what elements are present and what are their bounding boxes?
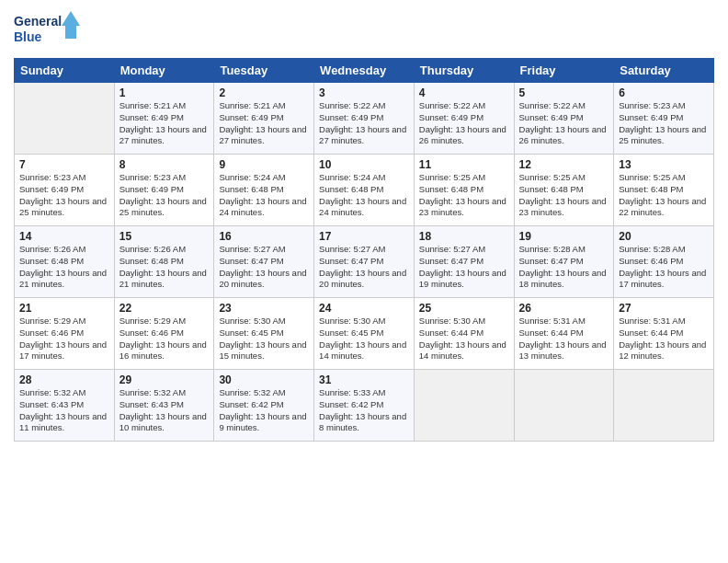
day-cell: 7 Sunrise: 5:23 AMSunset: 6:49 PMDayligh…	[15, 155, 115, 226]
day-number: 27	[619, 302, 709, 315]
day-cell: 17 Sunrise: 5:27 AMSunset: 6:47 PMDaylig…	[314, 226, 415, 298]
day-number: 22	[119, 302, 210, 315]
day-info: Sunrise: 5:22 AMSunset: 6:49 PMDaylight:…	[419, 100, 509, 147]
day-number: 7	[19, 158, 109, 171]
day-cell: 26 Sunrise: 5:31 AMSunset: 6:44 PMDaylig…	[514, 298, 614, 370]
day-info: Sunrise: 5:31 AMSunset: 6:44 PMDaylight:…	[619, 316, 709, 362]
day-cell: 5 Sunrise: 5:22 AMSunset: 6:49 PMDayligh…	[514, 83, 614, 155]
day-cell: 20 Sunrise: 5:28 AMSunset: 6:46 PMDaylig…	[614, 226, 714, 298]
day-cell: 19 Sunrise: 5:28 AMSunset: 6:47 PMDaylig…	[514, 226, 614, 298]
day-cell	[514, 370, 614, 442]
svg-text:General: General	[14, 14, 62, 29]
day-number: 21	[19, 302, 109, 315]
day-cell	[15, 83, 115, 155]
day-number: 4	[419, 86, 509, 99]
day-cell: 27 Sunrise: 5:31 AMSunset: 6:44 PMDaylig…	[614, 298, 714, 370]
day-cell: 14 Sunrise: 5:26 AMSunset: 6:48 PMDaylig…	[15, 226, 115, 298]
day-number: 2	[219, 86, 309, 99]
day-info: Sunrise: 5:29 AMSunset: 6:46 PMDaylight:…	[19, 316, 109, 362]
day-info: Sunrise: 5:26 AMSunset: 6:48 PMDaylight:…	[119, 244, 210, 291]
day-cell: 13 Sunrise: 5:25 AMSunset: 6:48 PMDaylig…	[614, 155, 714, 226]
day-number: 17	[319, 230, 409, 243]
day-number: 8	[119, 158, 210, 171]
day-number: 1	[119, 86, 210, 99]
day-number: 26	[519, 302, 609, 315]
weekday-header-friday: Friday	[514, 59, 614, 83]
day-info: Sunrise: 5:21 AMSunset: 6:49 PMDaylight:…	[119, 100, 210, 147]
day-cell: 9 Sunrise: 5:24 AMSunset: 6:48 PMDayligh…	[214, 155, 314, 226]
day-cell: 4 Sunrise: 5:22 AMSunset: 6:49 PMDayligh…	[414, 83, 514, 155]
day-info: Sunrise: 5:27 AMSunset: 6:47 PMDaylight:…	[319, 244, 409, 291]
day-info: Sunrise: 5:25 AMSunset: 6:48 PMDaylight:…	[419, 172, 509, 219]
calendar-table: SundayMondayTuesdayWednesdayThursdayFrid…	[14, 58, 714, 442]
day-info: Sunrise: 5:27 AMSunset: 6:47 PMDaylight:…	[219, 244, 309, 291]
weekday-header-tuesday: Tuesday	[214, 59, 314, 83]
day-cell: 21 Sunrise: 5:29 AMSunset: 6:46 PMDaylig…	[15, 298, 115, 370]
day-cell: 6 Sunrise: 5:23 AMSunset: 6:49 PMDayligh…	[614, 83, 714, 155]
day-cell: 28 Sunrise: 5:32 AMSunset: 6:43 PMDaylig…	[15, 370, 115, 442]
day-info: Sunrise: 5:32 AMSunset: 6:43 PMDaylight:…	[19, 387, 109, 434]
day-info: Sunrise: 5:28 AMSunset: 6:46 PMDaylight:…	[619, 244, 709, 291]
day-cell: 24 Sunrise: 5:30 AMSunset: 6:45 PMDaylig…	[314, 298, 415, 370]
day-number: 10	[319, 158, 409, 171]
day-number: 11	[419, 158, 509, 171]
day-number: 25	[419, 302, 509, 315]
weekday-header-sunday: Sunday	[15, 59, 115, 83]
day-info: Sunrise: 5:24 AMSunset: 6:48 PMDaylight:…	[319, 172, 409, 219]
day-cell: 3 Sunrise: 5:22 AMSunset: 6:49 PMDayligh…	[314, 83, 415, 155]
day-cell	[414, 370, 514, 442]
day-info: Sunrise: 5:32 AMSunset: 6:42 PMDaylight:…	[219, 387, 309, 434]
week-row-5: 28 Sunrise: 5:32 AMSunset: 6:43 PMDaylig…	[15, 370, 714, 442]
day-number: 19	[519, 230, 609, 243]
day-info: Sunrise: 5:30 AMSunset: 6:45 PMDaylight:…	[219, 316, 309, 362]
day-info: Sunrise: 5:31 AMSunset: 6:44 PMDaylight:…	[519, 316, 609, 362]
day-cell: 16 Sunrise: 5:27 AMSunset: 6:47 PMDaylig…	[214, 226, 314, 298]
day-cell: 2 Sunrise: 5:21 AMSunset: 6:49 PMDayligh…	[214, 83, 314, 155]
weekday-header-saturday: Saturday	[614, 59, 714, 83]
day-info: Sunrise: 5:28 AMSunset: 6:47 PMDaylight:…	[519, 244, 609, 291]
day-number: 3	[319, 86, 409, 99]
day-info: Sunrise: 5:33 AMSunset: 6:42 PMDaylight:…	[319, 387, 409, 434]
day-number: 18	[419, 230, 509, 243]
day-info: Sunrise: 5:23 AMSunset: 6:49 PMDaylight:…	[119, 172, 210, 219]
week-row-1: 1 Sunrise: 5:21 AMSunset: 6:49 PMDayligh…	[15, 83, 714, 155]
day-info: Sunrise: 5:27 AMSunset: 6:47 PMDaylight:…	[419, 244, 509, 291]
day-info: Sunrise: 5:23 AMSunset: 6:49 PMDaylight:…	[19, 172, 109, 219]
day-number: 24	[319, 302, 409, 315]
logo: General Blue	[14, 9, 87, 51]
day-info: Sunrise: 5:30 AMSunset: 6:44 PMDaylight:…	[419, 316, 509, 362]
day-number: 9	[219, 158, 309, 171]
day-info: Sunrise: 5:30 AMSunset: 6:45 PMDaylight:…	[319, 316, 409, 362]
day-number: 16	[219, 230, 309, 243]
week-row-4: 21 Sunrise: 5:29 AMSunset: 6:46 PMDaylig…	[15, 298, 714, 370]
weekday-header-wednesday: Wednesday	[314, 59, 415, 83]
day-info: Sunrise: 5:29 AMSunset: 6:46 PMDaylight:…	[119, 316, 210, 362]
week-row-2: 7 Sunrise: 5:23 AMSunset: 6:49 PMDayligh…	[15, 155, 714, 226]
day-info: Sunrise: 5:25 AMSunset: 6:48 PMDaylight:…	[619, 172, 709, 219]
weekday-header-row: SundayMondayTuesdayWednesdayThursdayFrid…	[15, 59, 714, 83]
day-info: Sunrise: 5:25 AMSunset: 6:48 PMDaylight:…	[519, 172, 609, 219]
day-info: Sunrise: 5:23 AMSunset: 6:49 PMDaylight:…	[619, 100, 709, 147]
day-cell: 30 Sunrise: 5:32 AMSunset: 6:42 PMDaylig…	[214, 370, 314, 442]
weekday-header-thursday: Thursday	[414, 59, 514, 83]
day-cell: 18 Sunrise: 5:27 AMSunset: 6:47 PMDaylig…	[414, 226, 514, 298]
day-cell: 1 Sunrise: 5:21 AMSunset: 6:49 PMDayligh…	[114, 83, 214, 155]
day-number: 31	[319, 373, 409, 386]
week-row-3: 14 Sunrise: 5:26 AMSunset: 6:48 PMDaylig…	[15, 226, 714, 298]
day-cell: 8 Sunrise: 5:23 AMSunset: 6:49 PMDayligh…	[114, 155, 214, 226]
day-info: Sunrise: 5:24 AMSunset: 6:48 PMDaylight:…	[219, 172, 309, 219]
day-cell: 31 Sunrise: 5:33 AMSunset: 6:42 PMDaylig…	[314, 370, 415, 442]
day-number: 29	[119, 373, 210, 386]
day-number: 20	[619, 230, 709, 243]
svg-marker-2	[62, 11, 80, 39]
day-cell: 10 Sunrise: 5:24 AMSunset: 6:48 PMDaylig…	[314, 155, 415, 226]
day-info: Sunrise: 5:21 AMSunset: 6:49 PMDaylight:…	[219, 100, 309, 147]
day-info: Sunrise: 5:22 AMSunset: 6:49 PMDaylight:…	[519, 100, 609, 147]
weekday-header-monday: Monday	[114, 59, 214, 83]
day-cell: 29 Sunrise: 5:32 AMSunset: 6:43 PMDaylig…	[114, 370, 214, 442]
day-cell: 12 Sunrise: 5:25 AMSunset: 6:48 PMDaylig…	[514, 155, 614, 226]
day-cell: 23 Sunrise: 5:30 AMSunset: 6:45 PMDaylig…	[214, 298, 314, 370]
day-number: 23	[219, 302, 309, 315]
svg-text:Blue: Blue	[14, 29, 42, 44]
day-info: Sunrise: 5:22 AMSunset: 6:49 PMDaylight:…	[319, 100, 409, 147]
